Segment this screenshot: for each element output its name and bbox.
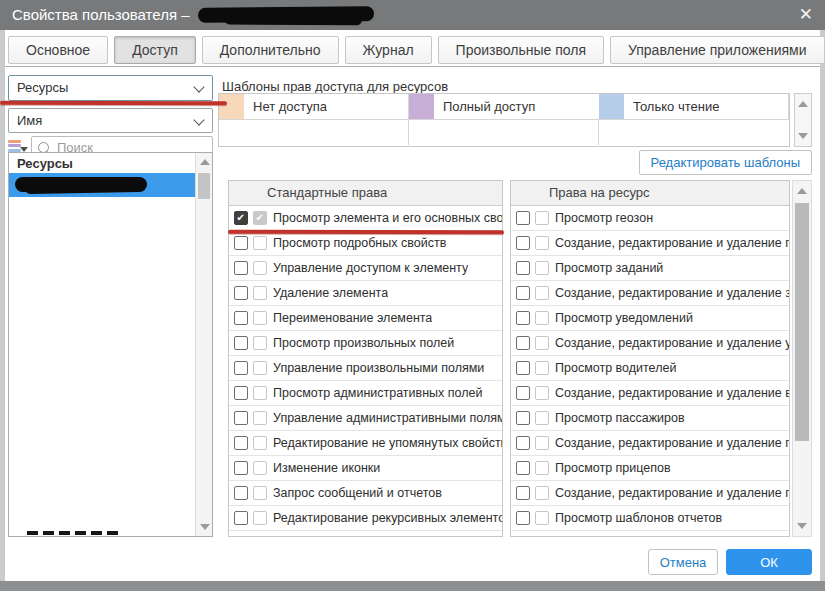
- checkbox-secondary[interactable]: [535, 436, 549, 450]
- checkbox-secondary[interactable]: [253, 336, 267, 350]
- checkbox[interactable]: [234, 511, 248, 525]
- checkbox[interactable]: [234, 361, 248, 375]
- tab[interactable]: Основное: [8, 36, 108, 64]
- checkbox-secondary[interactable]: [535, 336, 549, 350]
- scrollbar-thumb[interactable]: [198, 173, 210, 199]
- checkbox-secondary[interactable]: [535, 461, 549, 475]
- tab-bar: Основное Доступ Дополнительно Журнал Про…: [8, 36, 825, 64]
- checkbox[interactable]: [234, 236, 248, 250]
- checkbox[interactable]: [516, 336, 530, 350]
- checkbox[interactable]: [516, 311, 530, 325]
- checkbox[interactable]: [516, 386, 530, 400]
- right-label: Редактирование не упомянутых свойств: [273, 436, 502, 450]
- template-slot-empty[interactable]: [599, 120, 789, 145]
- checkbox-secondary[interactable]: [535, 486, 549, 500]
- checkbox-secondary[interactable]: [535, 536, 549, 537]
- checkbox[interactable]: [234, 461, 248, 475]
- tab[interactable]: Дополнительно: [202, 36, 339, 64]
- checkbox[interactable]: [234, 436, 248, 450]
- template-item[interactable]: Нет доступа: [219, 94, 409, 120]
- checkbox[interactable]: [234, 536, 248, 537]
- scroll-up-icon[interactable]: [798, 101, 808, 107]
- templates-scrollbar[interactable]: [794, 93, 812, 147]
- item-type-select[interactable]: Ресурсы: [8, 75, 213, 101]
- checkbox-secondary[interactable]: [535, 361, 549, 375]
- checkbox-secondary[interactable]: [253, 261, 267, 275]
- tab[interactable]: Произвольные поля: [438, 36, 604, 64]
- checkbox[interactable]: [516, 536, 530, 537]
- template-slot-empty[interactable]: [219, 120, 409, 145]
- rights-scrollbar[interactable]: [792, 180, 812, 537]
- checkbox[interactable]: [516, 411, 530, 425]
- checkbox-secondary[interactable]: [253, 211, 267, 225]
- right-row: Создание, редактирование и удаление г…: [511, 231, 789, 256]
- checkbox-secondary[interactable]: [535, 236, 549, 250]
- checkbox-secondary[interactable]: [253, 361, 267, 375]
- checkbox-secondary[interactable]: [253, 436, 267, 450]
- name-filter-select[interactable]: Имя: [8, 108, 213, 133]
- resource-list-item-selected[interactable]: [9, 173, 212, 197]
- checkbox-secondary[interactable]: [535, 311, 549, 325]
- checkbox[interactable]: [516, 261, 530, 275]
- right-label: Просмотр заданий: [555, 261, 663, 275]
- checkbox-secondary[interactable]: [253, 511, 267, 525]
- cancel-button[interactable]: Отмена: [648, 549, 718, 575]
- scroll-down-icon[interactable]: [797, 523, 807, 529]
- tab[interactable]: Управление приложениями: [610, 36, 825, 64]
- resource-rights-column: Права на ресурс Просмотр геозон Создание…: [510, 180, 790, 537]
- checkbox-secondary[interactable]: [535, 211, 549, 225]
- checkbox[interactable]: [234, 261, 248, 275]
- checkbox-secondary[interactable]: [535, 386, 549, 400]
- checkbox[interactable]: [516, 361, 530, 375]
- scroll-down-icon[interactable]: [798, 133, 808, 139]
- close-icon[interactable]: ✕: [799, 3, 813, 27]
- scrollbar-thumb[interactable]: [795, 203, 809, 441]
- checkbox-secondary[interactable]: [535, 511, 549, 525]
- checkbox-secondary[interactable]: [253, 461, 267, 475]
- scroll-up-icon[interactable]: [797, 188, 807, 194]
- checkbox[interactable]: [516, 236, 530, 250]
- checkbox[interactable]: [516, 286, 530, 300]
- checkbox[interactable]: [234, 211, 248, 225]
- right-row: Просмотр заданий: [511, 256, 789, 281]
- template-slot-empty[interactable]: [409, 120, 599, 145]
- right-label: Создание, редактирование и удаление в…: [555, 386, 789, 400]
- checkbox-secondary[interactable]: [253, 236, 267, 250]
- template-item[interactable]: Только чтение: [599, 94, 789, 120]
- checkbox[interactable]: [516, 436, 530, 450]
- checkbox-secondary[interactable]: [253, 486, 267, 500]
- right-row: Просмотр пассажиров: [511, 406, 789, 431]
- right-label: Изменение иконки: [273, 461, 380, 475]
- ok-button[interactable]: ОК: [726, 549, 812, 575]
- checkbox-secondary[interactable]: [535, 261, 549, 275]
- template-item[interactable]: Полный доступ: [409, 94, 599, 120]
- chevron-down-icon: [193, 81, 204, 92]
- scroll-down-icon[interactable]: [200, 524, 210, 530]
- checkbox[interactable]: [234, 486, 248, 500]
- checkbox[interactable]: [516, 211, 530, 225]
- scroll-up-icon[interactable]: [200, 159, 210, 165]
- checkbox[interactable]: [234, 411, 248, 425]
- checkbox-secondary[interactable]: [253, 386, 267, 400]
- tab[interactable]: Доступ: [114, 36, 196, 64]
- checkbox[interactable]: [516, 486, 530, 500]
- tab[interactable]: Журнал: [345, 36, 432, 64]
- checkbox[interactable]: [234, 386, 248, 400]
- checkbox[interactable]: [234, 311, 248, 325]
- tab-label: Управление приложениями: [628, 42, 807, 58]
- checkbox-secondary[interactable]: [535, 286, 549, 300]
- checkbox[interactable]: [516, 511, 530, 525]
- resources-scrollbar[interactable]: [195, 153, 212, 536]
- right-label: Просмотр подробных свойств: [273, 236, 446, 250]
- checkbox[interactable]: [234, 336, 248, 350]
- checkbox-secondary[interactable]: [253, 536, 267, 537]
- checkbox[interactable]: [234, 286, 248, 300]
- checkbox[interactable]: [516, 461, 530, 475]
- checkbox-secondary[interactable]: [535, 411, 549, 425]
- edit-templates-button[interactable]: Редактировать шаблоны: [639, 150, 812, 175]
- right-row: [229, 531, 502, 537]
- checkbox-secondary[interactable]: [253, 286, 267, 300]
- checkbox-secondary[interactable]: [253, 311, 267, 325]
- right-row: Просмотр административных полей: [229, 381, 502, 406]
- checkbox-secondary[interactable]: [253, 411, 267, 425]
